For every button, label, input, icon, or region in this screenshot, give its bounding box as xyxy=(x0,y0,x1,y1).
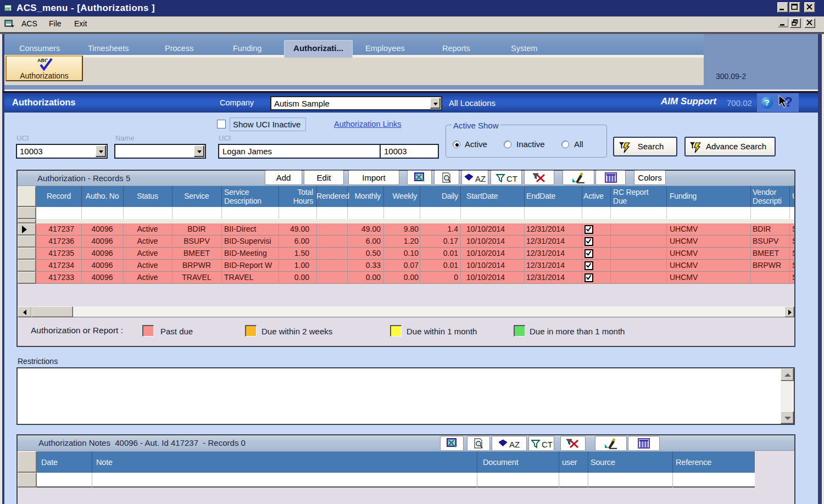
svg-text:AZ: AZ xyxy=(509,440,520,449)
svg-text:CT: CT xyxy=(542,440,553,449)
svg-text:AZ: AZ xyxy=(475,174,486,183)
svg-text:CT: CT xyxy=(506,174,517,183)
